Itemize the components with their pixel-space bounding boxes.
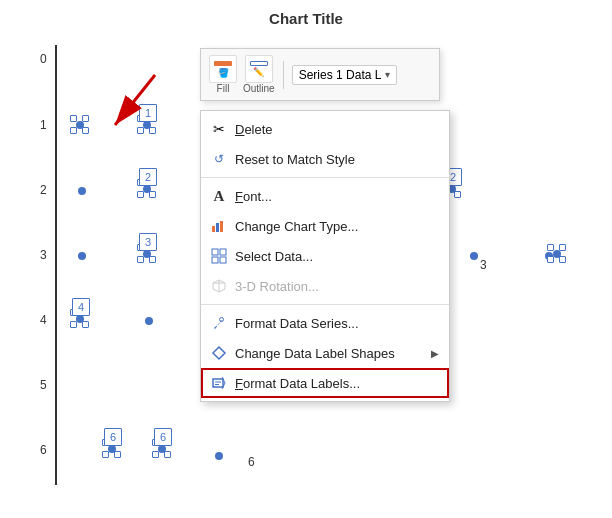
row-label-4: 4	[40, 313, 47, 327]
dot-3a	[78, 252, 86, 260]
menu-item-delete-label: Delete	[235, 122, 273, 137]
toolbar: 🪣 Fill ✏️ Outline Series 1 Data L ▾	[200, 48, 440, 101]
svg-rect-3	[216, 223, 219, 232]
row-label-5: 5	[40, 378, 47, 392]
dot-2a	[78, 187, 86, 195]
data-label-2: 2	[139, 168, 157, 186]
reset-icon: ↺	[209, 149, 229, 169]
delete-icon: ✂	[209, 119, 229, 139]
menu-item-format-labels[interactable]: Format Data Labels...	[201, 368, 449, 398]
dot-3d	[470, 252, 478, 260]
row-label-3: 3	[40, 248, 47, 262]
svg-marker-13	[213, 347, 225, 359]
menu-separator-2	[201, 304, 449, 305]
outline-label: Outline	[243, 83, 275, 94]
menu-item-format-series-label: Format Data Series...	[235, 316, 359, 331]
menu-item-change-chart-label: Change Chart Type...	[235, 219, 358, 234]
menu-item-3d-rotation-label: 3-D Rotation...	[235, 279, 319, 294]
menu-item-select-data-label: Select Data...	[235, 249, 313, 264]
svg-rect-8	[220, 257, 226, 263]
chart-area: Chart Title 0 1 2 3 4 5 6 1 2	[0, 0, 612, 518]
data-label-3: 3	[139, 233, 157, 251]
cube-icon	[209, 276, 229, 296]
menu-item-format-labels-label: Format Data Labels...	[235, 376, 360, 391]
menu-item-font[interactable]: A Font...	[201, 181, 449, 211]
font-icon: A	[209, 186, 229, 206]
menu-item-format-series[interactable]: Format Data Series...	[201, 308, 449, 338]
format-labels-icon	[209, 373, 229, 393]
menu-item-3d-rotation: 3-D Rotation...	[201, 271, 449, 301]
row-label-6: 6	[40, 443, 47, 457]
outline-button[interactable]: ✏️	[245, 55, 273, 83]
diamond-icon	[209, 343, 229, 363]
data-label-6a: 6	[104, 428, 122, 446]
svg-line-1	[115, 75, 155, 125]
dropdown-arrow-icon: ▾	[385, 69, 390, 80]
row-label-0: 0	[40, 52, 47, 66]
svg-rect-2	[212, 226, 215, 232]
menu-item-change-chart[interactable]: Change Chart Type...	[201, 211, 449, 241]
svg-rect-4	[220, 221, 223, 232]
data-label-4: 4	[72, 298, 90, 316]
menu-item-reset-label: Reset to Match Style	[235, 152, 355, 167]
row-label-6r: 6	[248, 455, 255, 469]
dot-6c	[215, 452, 223, 460]
menu-item-font-label: Font...	[235, 189, 272, 204]
dot-4b	[145, 317, 153, 325]
series-dropdown[interactable]: Series 1 Data L ▾	[292, 65, 398, 85]
chart-bar-icon	[209, 216, 229, 236]
red-arrow	[60, 70, 180, 160]
svg-rect-7	[212, 257, 218, 263]
menu-item-reset[interactable]: ↺ Reset to Match Style	[201, 144, 449, 174]
row-label-2: 2	[40, 183, 47, 197]
data-label-6b: 6	[154, 428, 172, 446]
row-label-1: 1	[40, 118, 47, 132]
row-label-3r: 3	[480, 258, 487, 272]
context-menu: ✂ Delete ↺ Reset to Match Style A Font..…	[200, 110, 450, 402]
menu-item-select-data[interactable]: Select Data...	[201, 241, 449, 271]
chart-title: Chart Title	[0, 10, 612, 27]
svg-rect-6	[220, 249, 226, 255]
menu-separator-1	[201, 177, 449, 178]
submenu-arrow-icon: ▶	[431, 348, 439, 359]
series-dropdown-label: Series 1 Data L	[299, 68, 382, 82]
fill-button[interactable]: 🪣	[209, 55, 237, 83]
svg-rect-14	[213, 379, 223, 387]
y-axis	[55, 45, 57, 485]
fill-label: Fill	[217, 83, 230, 94]
grid-icon	[209, 246, 229, 266]
svg-rect-5	[212, 249, 218, 255]
toolbar-divider	[283, 61, 284, 89]
paint-brush-icon	[209, 313, 229, 333]
menu-item-delete[interactable]: ✂ Delete	[201, 114, 449, 144]
menu-item-change-shapes-label: Change Data Label Shapes	[235, 346, 395, 361]
menu-item-change-shapes[interactable]: Change Data Label Shapes ▶	[201, 338, 449, 368]
